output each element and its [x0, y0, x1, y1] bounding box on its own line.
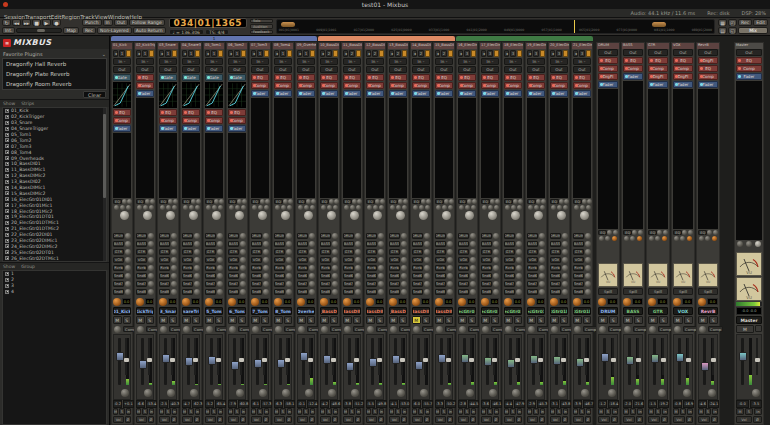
send-level-knob[interactable] — [171, 273, 177, 279]
send-assign-button[interactable]: GTR — [182, 249, 193, 255]
comp-threshold-track[interactable] — [240, 338, 242, 375]
trim-knob[interactable] — [550, 298, 558, 306]
comp-threshold-track[interactable] — [217, 338, 219, 375]
proc-fader[interactable]: Fader — [504, 90, 522, 97]
send-assign-button[interactable]: Rvrb — [504, 265, 515, 271]
eq-mid-knob[interactable] — [219, 199, 224, 204]
solo-button[interactable]: S — [376, 316, 385, 324]
comp-threshold-handle[interactable] — [239, 358, 244, 362]
visible-checkbox[interactable] — [5, 138, 9, 142]
comp-threshold-handle[interactable] — [492, 358, 497, 362]
send-assign-button[interactable]: BASS — [389, 241, 400, 247]
send-level-knob[interactable] — [493, 273, 499, 279]
phase-button[interactable]: Ø — [125, 416, 131, 423]
eq-freq-knob[interactable] — [327, 205, 332, 210]
send-level-knob[interactable] — [424, 257, 430, 263]
send-level-knob[interactable] — [355, 257, 361, 263]
send-level-knob[interactable] — [240, 249, 246, 255]
fader-track[interactable] — [628, 338, 631, 385]
output-button[interactable]: Out — [366, 66, 384, 73]
dim-knob[interactable] — [746, 241, 752, 247]
comp-threshold-handle[interactable] — [262, 358, 267, 362]
eq-freq-knob[interactable] — [143, 205, 148, 210]
eq-mid-knob[interactable] — [357, 199, 362, 204]
send-level-knob[interactable] — [240, 265, 246, 271]
input-button[interactable]: In – — [274, 58, 292, 65]
mute-button[interactable]: M — [343, 316, 352, 324]
play-button-icon[interactable]: ▶ — [42, 19, 51, 26]
send-assign-button[interactable]: Rvrb — [412, 265, 423, 271]
eq-gain-knob[interactable] — [563, 205, 568, 210]
record-arm-button[interactable] — [356, 50, 361, 57]
send-level-knob[interactable] — [424, 265, 430, 271]
output-button[interactable]: Out — [412, 66, 430, 73]
eq-gain-knob[interactable] — [425, 205, 430, 210]
proc-eq[interactable]: EQ — [343, 74, 361, 81]
eq-hi-knob[interactable] — [632, 230, 637, 235]
record-arm-button[interactable] — [448, 50, 453, 57]
send-level-knob[interactable] — [194, 289, 200, 295]
fader-handle[interactable] — [461, 354, 469, 363]
meter-point-button[interactable]: M — [389, 408, 394, 415]
send-level-knob[interactable] — [516, 233, 522, 239]
send-assign-button[interactable]: Snd6 — [228, 273, 239, 279]
filter-knob[interactable] — [396, 211, 405, 220]
strip-name-button[interactable]: 12_BassDIMic2 — [366, 307, 384, 315]
send-assign-button[interactable]: BASS — [412, 241, 423, 247]
fader-handle[interactable] — [208, 356, 216, 365]
send-level-knob[interactable] — [148, 289, 154, 295]
comp-threshold-handle[interactable] — [423, 358, 428, 362]
send-assign-button[interactable]: Snd6 — [412, 273, 423, 279]
proc-eq[interactable]: EQ — [698, 65, 718, 72]
eq-lo-knob[interactable] — [252, 205, 257, 210]
eq-mid-knob[interactable] — [688, 230, 693, 235]
group-button[interactable]: 1 — [211, 50, 216, 57]
send-level-knob[interactable] — [286, 241, 292, 247]
comp-makeup-knob[interactable] — [505, 326, 512, 333]
send-level-knob[interactable] — [401, 257, 407, 263]
proc-eq[interactable]: EQ — [320, 74, 338, 81]
send-assign-button[interactable]: BASS — [527, 241, 538, 247]
send-assign-button[interactable]: Rvrb — [159, 265, 170, 271]
phase-button[interactable]: Ø — [753, 416, 762, 423]
send-level-knob[interactable] — [286, 281, 292, 287]
send-assign-button[interactable]: BASS — [274, 241, 285, 247]
eq-gain-knob[interactable] — [172, 205, 177, 210]
eq-mid-knob[interactable] — [242, 199, 247, 204]
send-level-knob[interactable] — [171, 289, 177, 295]
proc-fader[interactable]: Fader — [698, 81, 718, 88]
feedback-indicator[interactable]: Feedback — [250, 30, 273, 35]
processor-box[interactable] — [182, 133, 200, 198]
proc-eq[interactable]: EQ — [550, 74, 568, 81]
group-button[interactable]: 1 — [165, 50, 170, 57]
trim-knob[interactable] — [458, 298, 466, 306]
proc-eq[interactable]: EQ — [435, 74, 453, 81]
eq-lo-knob[interactable] — [459, 205, 464, 210]
send-assign-button[interactable]: Rvrb — [366, 265, 377, 271]
comp-threshold-handle[interactable] — [147, 358, 152, 362]
eq-enable-button[interactable]: EQ — [698, 230, 707, 235]
strip-nav-button[interactable]: ◂ — [504, 50, 509, 57]
eq-lo-knob[interactable] — [505, 205, 510, 210]
solo-iso-button[interactable]: S — [418, 408, 423, 415]
phase-button[interactable]: Ø — [148, 416, 154, 423]
eq-freq-knob[interactable] — [304, 205, 309, 210]
comp-makeup-knob[interactable] — [206, 326, 213, 333]
eq-gain-knob[interactable] — [356, 205, 361, 210]
send-assign-button[interactable]: BASS — [504, 241, 515, 247]
send-assign-button[interactable]: BASS — [136, 241, 147, 247]
fader-track[interactable] — [325, 338, 328, 385]
eq-mid-knob[interactable] — [150, 199, 155, 204]
send-level-knob[interactable] — [309, 257, 315, 263]
send-level-knob[interactable] — [562, 233, 568, 239]
page-mix-button[interactable]: Mix — [738, 27, 768, 34]
eq-mid-knob[interactable] — [613, 230, 618, 235]
send-assign-button[interactable]: Rvrb — [113, 265, 124, 271]
visible-checkbox[interactable] — [5, 144, 9, 148]
mixer-group-tab[interactable] — [318, 36, 455, 41]
send-level-knob[interactable] — [217, 289, 223, 295]
send-assign-button[interactable]: Rvrb — [274, 265, 285, 271]
solo-iso-button[interactable]: S — [349, 408, 354, 415]
send-assign-button[interactable]: BASS — [343, 241, 354, 247]
send-assign-button[interactable]: DRUM — [458, 233, 469, 239]
